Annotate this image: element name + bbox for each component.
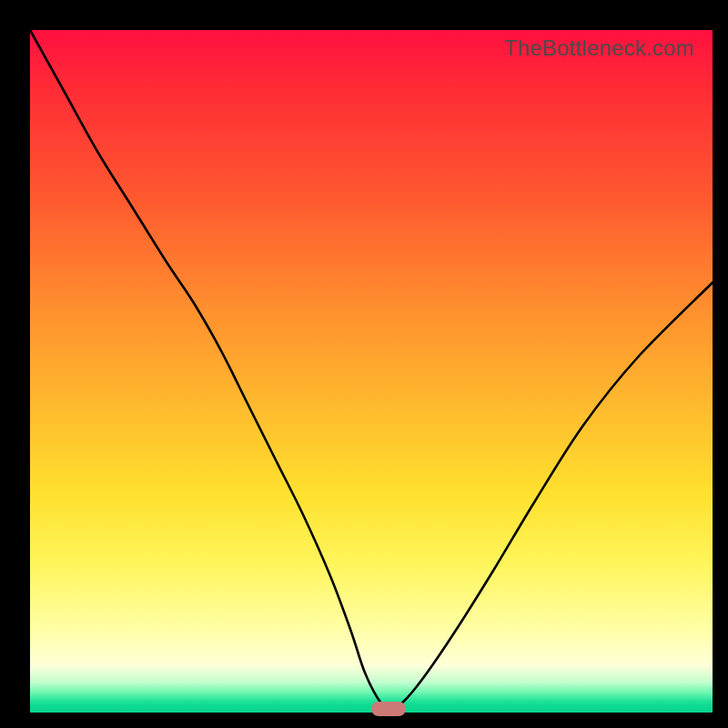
bottleneck-curve <box>30 30 713 713</box>
plot-area: TheBottleneck.com <box>30 30 713 713</box>
optimal-point-marker <box>371 702 406 716</box>
chart-frame: TheBottleneck.com <box>0 0 728 728</box>
